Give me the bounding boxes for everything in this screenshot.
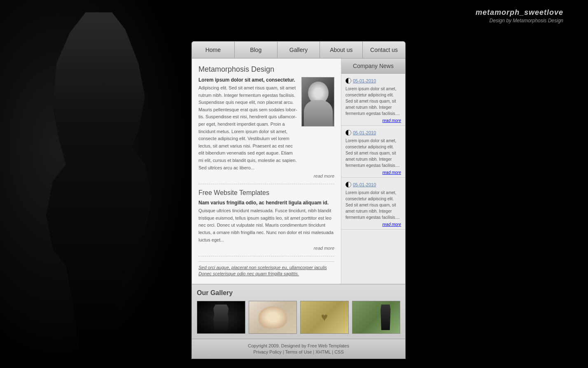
footer-terms-link[interactable]: Terms of Use xyxy=(285,349,312,354)
footer-links: Privacy Policy | Terms of Use | XHTML | … xyxy=(196,349,401,354)
footer-xhtml-link[interactable]: XHTML xyxy=(315,349,331,354)
gallery-thumbs xyxy=(197,301,400,334)
nav-blog[interactable]: Blog xyxy=(235,42,278,58)
footer: Copyright 2009. Designed by Free Web Tem… xyxy=(191,339,406,359)
news-read-more-3: read more xyxy=(345,222,401,227)
news-read-more-link-2[interactable]: read more xyxy=(382,170,401,175)
gallery-thumb-3[interactable] xyxy=(300,301,349,334)
site-title: metamorph_sweetlove xyxy=(476,8,563,17)
article-1-image xyxy=(301,77,334,127)
footer-css-link[interactable]: CSS xyxy=(334,349,344,354)
gallery-thumb-1[interactable] xyxy=(197,301,245,334)
news-date-3[interactable]: 05-01-2010 xyxy=(353,182,376,187)
site-header: metamorph_sweetlove Design by Metamorpho… xyxy=(476,8,563,23)
news-item-1: 05-01-2010 Lorem ipsum dolor sit amet, c… xyxy=(341,74,405,126)
article-2-body: Quisque ultrices tincidunt malesuada. Fu… xyxy=(198,207,334,244)
news-date-row-3: 05-01-2010 xyxy=(345,182,401,188)
bottom-links: Sed orci augue, placerat non scelerisque… xyxy=(198,261,334,276)
news-read-more-link-3[interactable]: read more xyxy=(382,222,401,227)
navigation: Home Blog Gallery About us Contact us xyxy=(191,41,406,59)
news-date-1[interactable]: 05-01-2010 xyxy=(353,78,376,83)
main-wrapper: Home Blog Gallery About us Contact us Me… xyxy=(191,0,406,368)
gallery-thumb-4[interactable] xyxy=(352,301,401,334)
article-2-lead: Nam varius fringilla odio, ac hendrerit … xyxy=(198,200,334,206)
article-1-text: Lorem ipsum dolor sit amet, consectetur.… xyxy=(198,77,297,171)
news-text-3: Lorem ipsum dolor sit amet, consectetur … xyxy=(345,190,401,220)
news-read-more-link-1[interactable]: read more xyxy=(382,118,401,123)
news-item-2: 05-01-2010 Lorem ipsum dolor sit amet, c… xyxy=(341,126,405,178)
yin-yang-icon-3 xyxy=(345,182,351,188)
gallery-thumb-2[interactable] xyxy=(249,301,297,334)
nav-gallery[interactable]: Gallery xyxy=(278,42,320,58)
news-read-more-1: read more xyxy=(345,118,401,123)
main-content: Metamorphosis Design Lorem ipsum dolor s… xyxy=(192,59,341,284)
article-1-body: Adipiscing elit. Sed sit amet risus quam… xyxy=(198,84,297,171)
content-area: Metamorphosis Design Lorem ipsum dolor s… xyxy=(191,59,406,284)
bottom-link-1[interactable]: Sed orci augue, placerat non scelerisque… xyxy=(198,265,334,270)
nav-home[interactable]: Home xyxy=(192,42,235,58)
gallery-title: Our Gallery xyxy=(197,289,400,297)
footer-privacy-link[interactable]: Privacy Policy xyxy=(253,349,281,354)
article-2-title: Free Website Templates xyxy=(198,189,334,197)
article-2-read-more-link[interactable]: read more xyxy=(314,246,334,251)
sidebar: Company News 05-01-2010 Lorem ipsum dolo… xyxy=(341,59,405,284)
article-1-lead: Lorem ipsum dolor sit amet, consectetur. xyxy=(198,77,297,83)
news-date-row-1: 05-01-2010 xyxy=(345,78,401,84)
article-2: Free Website Templates Nam varius fringi… xyxy=(198,189,334,256)
news-text-1: Lorem ipsum dolor sit amet, consectetur … xyxy=(345,86,401,117)
article-1: Metamorphosis Design Lorem ipsum dolor s… xyxy=(198,65,334,184)
article-1-title: Metamorphosis Design xyxy=(198,65,334,74)
news-text-2: Lorem ipsum dolor sit amet, consectetur … xyxy=(345,138,401,169)
site-subtitle: Design by Metamorphosis Design xyxy=(476,18,563,23)
news-item-3: 05-01-2010 Lorem ipsum dolor sit amet, c… xyxy=(341,178,405,230)
gallery-section: Our Gallery xyxy=(191,284,406,339)
nav-about[interactable]: About us xyxy=(320,42,363,58)
yin-yang-icon-1 xyxy=(345,78,351,84)
nav-contact[interactable]: Contact us xyxy=(363,42,405,58)
bottom-link-2[interactable]: Donec scelerisque odio nec quam fringill… xyxy=(198,271,334,276)
news-date-row-2: 05-01-2010 xyxy=(345,130,401,136)
article-2-read-more: read more xyxy=(198,244,334,251)
sidebar-title: Company News xyxy=(341,59,405,74)
yin-yang-icon-2 xyxy=(345,130,351,136)
news-date-2[interactable]: 05-01-2010 xyxy=(353,130,376,135)
footer-copyright: Copyright 2009. Designed by Free Web Tem… xyxy=(196,343,401,348)
news-read-more-2: read more xyxy=(345,170,401,175)
article-1-read-more: read more xyxy=(198,171,334,179)
article-1-read-more-link[interactable]: read more xyxy=(314,173,334,178)
background-figure xyxy=(0,0,194,368)
